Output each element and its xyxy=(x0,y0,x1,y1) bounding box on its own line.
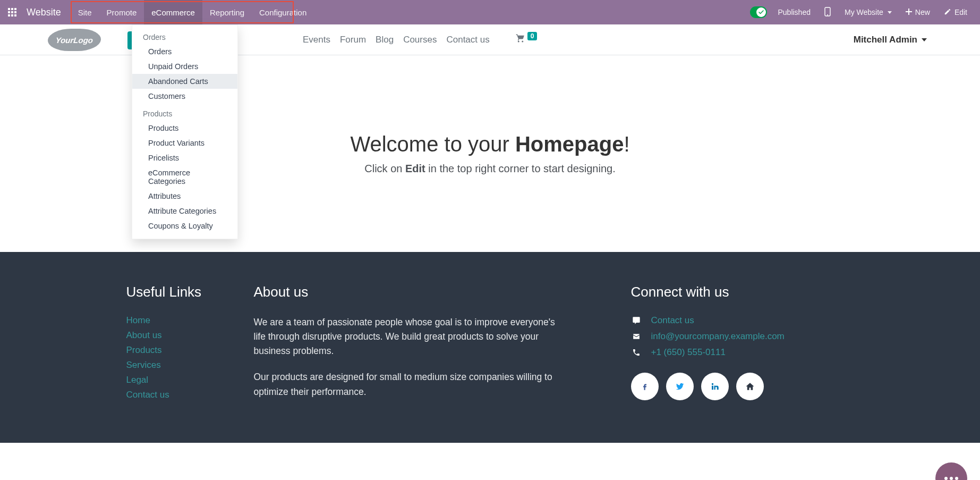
social-buttons xyxy=(631,373,854,400)
cart-count-badge: 0 xyxy=(527,32,538,40)
mobile-preview-button[interactable] xyxy=(819,7,836,18)
footer-phone-link[interactable]: +1 (650) 555-0111 xyxy=(651,347,726,358)
apps-launcher-button[interactable] xyxy=(0,0,24,24)
site-logo[interactable]: YourLogo xyxy=(47,29,102,51)
nav-contact-us[interactable]: Contact us xyxy=(446,35,489,45)
dropdown-item-abandoned-carts[interactable]: Abandoned Carts xyxy=(132,74,237,89)
chevron-down-icon xyxy=(922,38,927,41)
home-button[interactable] xyxy=(736,373,764,400)
module-brand[interactable]: Website xyxy=(24,0,71,24)
hero-subtitle: Click on Edit in the top right corner to… xyxy=(364,163,615,175)
published-toggle[interactable] xyxy=(750,6,767,18)
dropdown-item-products[interactable]: Products xyxy=(132,121,237,136)
dropdown-item-attributes[interactable]: Attributes xyxy=(132,189,237,204)
hero-title-strong: Homepage xyxy=(515,132,624,156)
topbar-menu: Site Promote eCommerce Reporting Configu… xyxy=(71,0,314,24)
footer-email-link[interactable]: info@yourcompany.example.com xyxy=(651,331,785,342)
ecommerce-dropdown: Orders Orders Unpaid Orders Abandoned Ca… xyxy=(132,24,238,239)
svg-point-1 xyxy=(827,14,828,15)
footer-connect-title: Connect with us xyxy=(631,284,854,300)
footer-link-legal[interactable]: Legal xyxy=(126,375,233,385)
linkedin-icon xyxy=(710,382,720,391)
footer-about-title: About us xyxy=(254,284,557,300)
menu-ecommerce[interactable]: eCommerce xyxy=(144,0,202,24)
edit-button[interactable]: Edit xyxy=(939,8,973,17)
website-switcher[interactable]: My Website xyxy=(839,8,897,16)
hero-sub-post: in the top right corner to start designi… xyxy=(425,163,616,174)
admin-topbar: Website Site Promote eCommerce Reporting… xyxy=(0,0,980,24)
dropdown-item-pricelists[interactable]: Pricelists xyxy=(132,150,237,165)
footer-about-p1: We are a team of passionate people whose… xyxy=(254,315,557,358)
mobile-icon xyxy=(824,7,831,18)
footer-link-about[interactable]: About us xyxy=(126,330,233,341)
user-name-label: Mitchell Admin xyxy=(854,35,917,45)
hero-title: Welcome to your Homepage! xyxy=(350,132,629,156)
menu-configuration[interactable]: Configuration xyxy=(252,0,314,24)
dropdown-header-products: Products xyxy=(132,107,237,121)
footer-links-title: Useful Links xyxy=(126,284,233,300)
twitter-button[interactable] xyxy=(666,373,694,400)
facebook-icon xyxy=(640,382,650,391)
dropdown-item-unpaid-orders[interactable]: Unpaid Orders xyxy=(132,59,237,74)
footer-useful-links: Useful Links Home About us Products Serv… xyxy=(126,284,233,411)
nav-blog[interactable]: Blog xyxy=(376,35,394,45)
envelope-icon xyxy=(631,333,642,340)
dropdown-item-coupons-loyalty[interactable]: Coupons & Loyalty xyxy=(132,218,237,233)
footer-link-contact[interactable]: Contact us xyxy=(126,390,233,400)
menu-reporting[interactable]: Reporting xyxy=(202,0,252,24)
active-tab-indicator xyxy=(127,31,132,49)
check-icon xyxy=(756,7,766,17)
hero-sub-pre: Click on xyxy=(364,163,405,174)
edit-button-label: Edit xyxy=(955,8,967,16)
hero-sub-strong: Edit xyxy=(405,163,425,174)
site-footer: Useful Links Home About us Products Serv… xyxy=(0,252,980,443)
dropdown-item-customers[interactable]: Customers xyxy=(132,89,237,104)
phone-icon xyxy=(631,348,642,357)
linkedin-button[interactable] xyxy=(701,373,729,400)
nav-forum[interactable]: Forum xyxy=(340,35,366,45)
hero-title-post: ! xyxy=(624,132,629,156)
new-button-label: New xyxy=(915,8,930,16)
website-switcher-label: My Website xyxy=(845,8,883,16)
cart-icon xyxy=(515,33,526,46)
speech-bubble-icon xyxy=(631,316,642,325)
footer-link-products[interactable]: Products xyxy=(126,345,233,356)
chevron-down-icon xyxy=(888,11,892,14)
menu-promote[interactable]: Promote xyxy=(99,0,144,24)
plus-icon xyxy=(906,8,912,16)
dropdown-header-orders: Orders xyxy=(132,30,237,44)
user-menu[interactable]: Mitchell Admin xyxy=(854,35,927,45)
hero-title-pre: Welcome to your xyxy=(350,132,515,156)
footer-link-home[interactable]: Home xyxy=(126,315,233,326)
footer-about-p2: Our products are designed for small to m… xyxy=(254,370,557,399)
site-nav-links: Events Forum Blog Courses Contact us 0 xyxy=(303,33,537,46)
facebook-button[interactable] xyxy=(631,373,659,400)
nav-courses[interactable]: Courses xyxy=(403,35,437,45)
dropdown-item-ecommerce-categories[interactable]: eCommerce Categories xyxy=(132,165,237,189)
pencil-icon xyxy=(944,8,951,17)
site-logo-text: YourLogo xyxy=(55,35,93,44)
dropdown-item-orders[interactable]: Orders xyxy=(132,44,237,59)
footer-link-services[interactable]: Services xyxy=(126,360,233,370)
footer-contact-link[interactable]: Contact us xyxy=(651,315,694,326)
home-icon xyxy=(745,382,755,391)
dropdown-item-product-variants[interactable]: Product Variants xyxy=(132,136,237,150)
nav-events[interactable]: Events xyxy=(303,35,330,45)
footer-about: About us We are a team of passionate peo… xyxy=(254,284,557,411)
apps-grid-icon xyxy=(8,8,16,16)
new-button[interactable]: New xyxy=(900,8,935,16)
published-label[interactable]: Published xyxy=(772,8,816,16)
cart-button[interactable]: 0 xyxy=(515,33,538,46)
footer-connect: Connect with us Contact us info@yourcomp… xyxy=(631,284,854,411)
menu-site[interactable]: Site xyxy=(71,0,99,24)
dropdown-item-attribute-categories[interactable]: Attribute Categories xyxy=(132,204,237,218)
twitter-icon xyxy=(675,382,685,391)
